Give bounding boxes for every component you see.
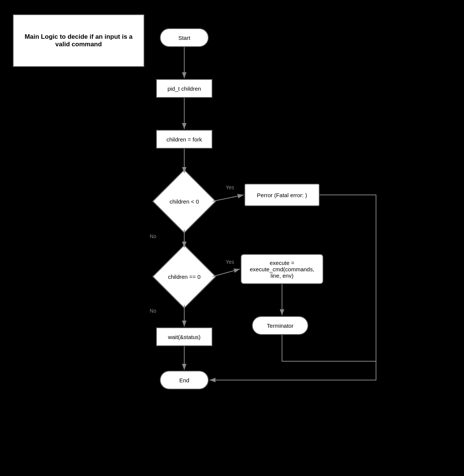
arrow-diamond1-perror xyxy=(212,195,244,201)
arrow-terminator-right xyxy=(282,335,376,361)
arrow-perror-end xyxy=(209,195,376,380)
arrow-diamond2-execute xyxy=(212,269,240,277)
flowchart-container: Main Logic to decide if an input is a va… xyxy=(0,0,464,476)
arrows-svg xyxy=(0,0,464,476)
